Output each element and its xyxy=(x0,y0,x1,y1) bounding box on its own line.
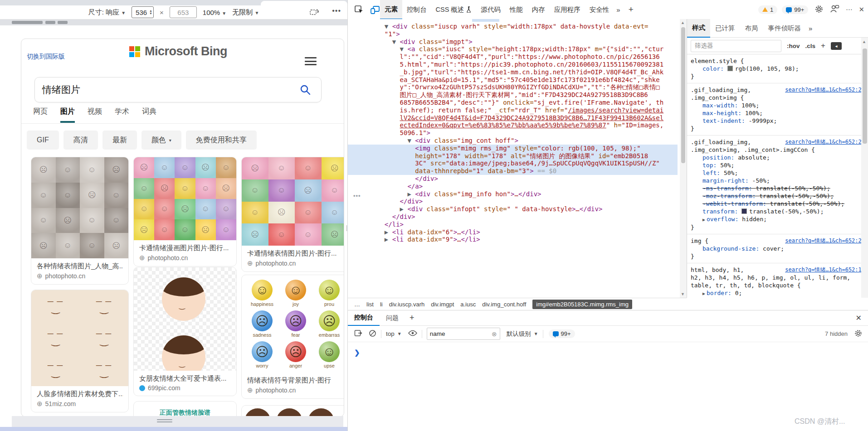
image-result-card[interactable]: 女朋友情绪大全可爱卡通表... 699pic.com xyxy=(133,267,237,396)
feedback-person-icon[interactable] xyxy=(830,5,839,15)
image-result-card[interactable]: ☹☺☺☹☺☺☹☺☺☹☺☺☹☺☺☹ 卡通情绪表情图片图片-图行... ⊕photo… xyxy=(241,157,344,272)
code-line[interactable]: </div> xyxy=(348,175,678,183)
breadcrumb-item[interactable]: img#emb2B05183C.mimg.rms_img xyxy=(532,300,632,309)
css-rule[interactable]: element.style {color: rgb(100, 105, 98);… xyxy=(687,54,868,83)
result-thumbnail[interactable]: ☹☺☺☹☺☺☹☺☺☹☺☺☹☺☺☹☺☺☹☺ xyxy=(134,157,236,240)
clear-filter-icon[interactable]: ⊗ xyxy=(492,330,497,338)
image-result-card[interactable] xyxy=(241,405,344,417)
add-tool-icon[interactable]: + xyxy=(629,5,634,15)
css-rule[interactable]: search?q=情绪…1&ch=652:25.gif_loading_img,… xyxy=(687,83,868,136)
code-line[interactable]: ectedIndex=0&qpvt=%e6%83%85%e7%bb%aa%e5%… xyxy=(348,121,678,129)
code-line[interactable]: </div> xyxy=(348,198,678,205)
styles-scrollbar[interactable]: ▲ xyxy=(861,38,868,298)
inspect-icon[interactable] xyxy=(354,5,364,15)
code-line[interactable]: 6857B6655B2B4","desc":""}" onclick="sj_e… xyxy=(348,99,678,107)
result-thumbnail[interactable] xyxy=(31,290,128,386)
code-line[interactable]: </a> xyxy=(348,183,678,190)
code-line[interactable]: "1"> xyxy=(348,30,678,38)
result-thumbnail[interactable]: ☺happiness☺joy☺prou☹sadness☹fear☹embarra… xyxy=(242,275,344,373)
css-property[interactable]: text-indent: -9999px; xyxy=(691,117,865,125)
css-property[interactable]: transform: translate(-50%,-50%); xyxy=(691,208,865,215)
zoom-dropdown[interactable]: 100% ▼ xyxy=(203,9,226,16)
cls-toggle[interactable]: .cls xyxy=(805,43,816,49)
device-toolbar-toggle-icon[interactable] xyxy=(370,5,380,15)
tab-computed[interactable]: 已计算 xyxy=(710,19,740,37)
devtools-more-icon[interactable]: ⋯ xyxy=(846,6,853,13)
code-line[interactable]: ▶ <div class="infopt" style=" " data-hov… xyxy=(348,205,678,213)
css-property[interactable]: color: rgb(100, 105, 98); xyxy=(691,65,865,73)
code-line[interactable]: ▶ <li data-idx="9">…</li> xyxy=(348,236,678,243)
css-property[interactable]: max-height: 100%; xyxy=(691,109,865,117)
tab-performance[interactable]: 性能 xyxy=(505,0,527,19)
tab-styles[interactable]: 样式 xyxy=(687,19,710,38)
stylesheet-source-link[interactable]: search?q=情绪…1&ch=652:10 xyxy=(785,266,865,274)
css-property[interactable]: background-size: cover; xyxy=(691,245,865,252)
image-result-card[interactable]: 人脸多情绪图片素材免费下... ⊕51miz.com xyxy=(31,290,129,412)
settings-gear-icon[interactable] xyxy=(814,5,824,15)
css-property[interactable]: ▶overflow: hidden; xyxy=(691,215,865,223)
expand-value-icon[interactable]: ▶ xyxy=(702,217,705,222)
breadcrumb-item[interactable]: div.img_cont.hoff xyxy=(482,301,526,308)
dimensions-dropdown[interactable]: 尺寸: 响应 ▼ xyxy=(88,8,126,17)
result-thumbnail[interactable]: ☹☺☺☹☺☺☹☺☺☹☺☺☹☺☺☹ xyxy=(242,157,344,246)
height-field[interactable]: 653 xyxy=(170,6,197,18)
device-toolbar-more-icon[interactable]: ••• xyxy=(332,7,341,15)
color-swatch[interactable] xyxy=(741,208,747,214)
css-property[interactable]: margin-right: -50%; xyxy=(691,177,865,184)
drawer-close-icon[interactable]: ✕ xyxy=(856,314,862,322)
code-line[interactable]: </li> xyxy=(348,221,678,228)
breadcrumb-item[interactable]: list xyxy=(366,301,374,308)
css-property[interactable]: max-width: 100%; xyxy=(691,102,865,109)
tab-issues[interactable]: 问题 xyxy=(380,311,405,325)
code-line[interactable]: l":"","cid":"V8QF4d4T","purl":"https://w… xyxy=(348,53,678,61)
code-line[interactable]: _b.jpg","turl":"https://tse1-mm.cn.bing.… xyxy=(348,68,678,76)
breadcrumb-item[interactable]: a.iusc xyxy=(460,301,476,308)
width-stepper[interactable]: 536 ▲▼ xyxy=(132,6,154,18)
tab-event-listeners[interactable]: 事件侦听器 xyxy=(763,19,806,37)
tab-memory[interactable]: 内存 xyxy=(527,0,550,19)
scrollbar-thumb[interactable] xyxy=(863,48,867,144)
breadcrumb-overflow-icon[interactable]: … xyxy=(354,301,360,308)
css-property[interactable]: position: absolute; xyxy=(691,154,865,161)
hov-toggle[interactable]: :hov xyxy=(787,43,800,49)
computed-sidebar-toggle-icon[interactable]: ◂ xyxy=(831,42,842,50)
result-thumbnail[interactable]: ☹☺☺☹☺☺☹☺☺☹☺☺☹☺☺☹ xyxy=(31,157,128,258)
image-result-card[interactable]: ☺happiness☺joy☺prou☹sadness☹fear☹embarra… xyxy=(241,275,344,399)
result-caption[interactable]: 卡通情绪漫画图片图片-图行... xyxy=(139,244,231,252)
image-result-card[interactable]: ☹☺☺☹☺☺☹☺☺☹☺☺☹☺☺☹ 各种情绪表情图片_人物_高... ⊕photo… xyxy=(31,157,129,285)
code-line[interactable]: 图片□_人物_高清素材-图行天下素材网","mid":"F7D4329DC24A… xyxy=(348,91,678,99)
scrollbar-thumb[interactable] xyxy=(681,27,685,163)
tab-security[interactable]: 安全性 xyxy=(585,0,614,19)
tab-css-overview[interactable]: CSS 概述 xyxy=(431,0,477,19)
clear-console-icon[interactable] xyxy=(369,329,376,339)
log-level-dropdown[interactable]: 默认级别▼ xyxy=(507,330,538,338)
css-property[interactable]: -moz-transform: translate(-50%,-50%); xyxy=(691,192,865,200)
console-settings-icon[interactable] xyxy=(854,329,863,339)
image-result-card[interactable]: ☹☺☺☹☺☺☹☺☺☹☺☺☹☺☺☹☺☺☹☺ 卡通情绪漫画图片图片-图行... ⊕p… xyxy=(133,157,237,266)
code-line[interactable]: ▼ <div class="iuscp varh" style="width:1… xyxy=(348,23,678,30)
breadcrumb-item[interactable]: li xyxy=(380,301,383,308)
code-line[interactable]: </div> xyxy=(348,213,678,221)
code-line[interactable]: 5.html","murl":"https://pic39.photophoto… xyxy=(348,61,678,68)
more-style-tabs-icon[interactable]: » xyxy=(809,24,812,32)
css-property[interactable]: -webkit-transform: translate(-50%,-50%); xyxy=(691,200,865,208)
scroll-up-icon[interactable]: ▲ xyxy=(862,39,866,44)
expand-value-icon[interactable]: ▶ xyxy=(702,291,705,296)
css-rule[interactable]: search?q=情绪…1&ch=652:25.gif_loading_img,… xyxy=(687,136,868,234)
code-line[interactable]: ▶ <li data-idx="6">…</li> xyxy=(348,228,678,236)
css-property[interactable]: -ms-transform: translate(-50%,-50%); xyxy=(691,184,865,192)
stylesheet-source-link[interactable]: search?q=情绪…1&ch=652:25 xyxy=(785,138,865,146)
more-tabs-icon[interactable]: » xyxy=(616,6,620,14)
width-value[interactable]: 536 xyxy=(136,9,147,16)
throttling-dropdown[interactable]: 无限制 ▼ xyxy=(232,8,259,17)
result-caption[interactable]: 情绪表情符号背景图片-图行 xyxy=(247,376,342,385)
code-line[interactable]: data-thhnrepbd="1" data-bm="3"> == $0 xyxy=(348,167,678,175)
result-site[interactable]: ⊕photophoto.cn xyxy=(247,386,342,394)
image-result-card[interactable]: 正面管教情绪脸谱 Positive Discipline xyxy=(133,401,237,417)
code-line[interactable]: ▼ <div class="imgpt"> xyxy=(348,38,678,46)
tab-application[interactable]: 应用程序 xyxy=(550,0,585,19)
tab-sources[interactable]: 源代码 xyxy=(476,0,505,19)
issues-badge[interactable]: 99+ xyxy=(782,5,808,14)
css-rule[interactable]: search?q=情绪…1&ch=652:25img {background-s… xyxy=(687,234,868,263)
stylesheet-source-link[interactable]: search?q=情绪…1&ch=652:25 xyxy=(785,86,865,94)
